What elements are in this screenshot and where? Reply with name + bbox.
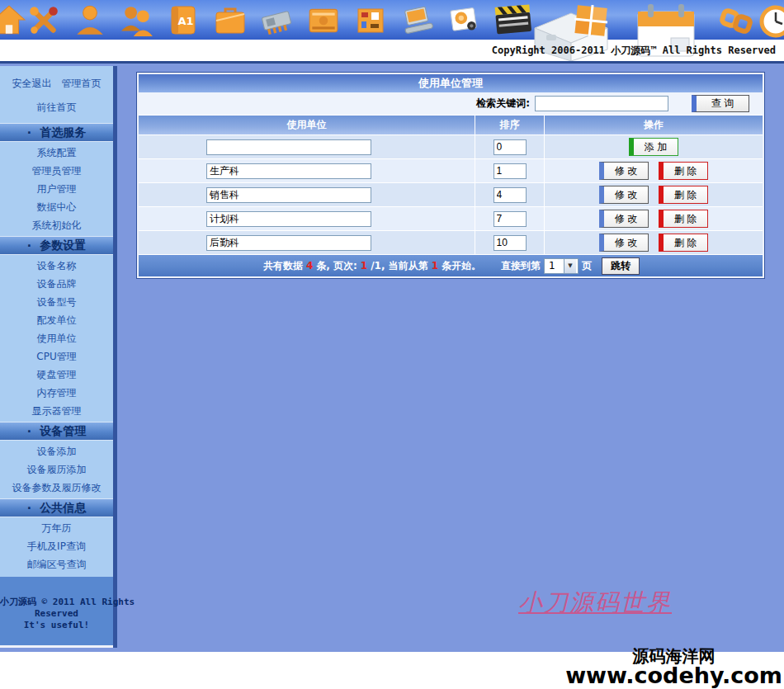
- column-header-actions: 操作: [544, 116, 763, 134]
- sidebar-section-title: 设备管理: [40, 424, 86, 439]
- sidebar-item[interactable]: 设备履历添加: [0, 460, 113, 479]
- table-row: 修 改删 除: [139, 230, 763, 254]
- sidebar-footer-line: 小刀源码 © 2011 All Rights: [0, 597, 113, 608]
- sidebar-section-header-1: ·参数设置: [0, 236, 113, 255]
- bullet-icon: ·: [27, 502, 31, 515]
- sort-cell: [475, 231, 544, 254]
- laptop-icon[interactable]: [399, 4, 437, 39]
- sidebar-item[interactable]: 管理员管理: [0, 162, 113, 180]
- sidebar-footer-line: Reserved: [0, 608, 113, 620]
- table-row: 添 加: [139, 134, 763, 158]
- chevron-down-icon: ▼: [564, 259, 576, 273]
- sort-cell: [475, 135, 544, 158]
- app-window: A1 CopyRight 2006-2011 小刀源码™ All Rights …: [0, 0, 784, 689]
- sidebar-item[interactable]: 系统配置: [0, 144, 113, 162]
- sidebar-section-title: 公共信息: [40, 501, 86, 516]
- sidebar-item[interactable]: 设备参数及履历修改: [0, 479, 113, 497]
- column-header-unit: 使用单位: [139, 116, 475, 134]
- person-icon[interactable]: [73, 3, 107, 38]
- sidebar-item[interactable]: 显示器管理: [0, 402, 113, 420]
- sort-input[interactable]: [494, 187, 527, 203]
- unit-input[interactable]: [206, 139, 371, 155]
- a1-book-icon[interactable]: A1: [167, 4, 200, 37]
- sidebar-item[interactable]: 数据中心: [0, 198, 113, 216]
- sort-input[interactable]: [494, 139, 527, 155]
- sidebar-item[interactable]: 配发单位: [0, 311, 113, 329]
- memory-chip-icon[interactable]: [257, 2, 295, 39]
- pagination-text: 条开始。: [442, 259, 481, 273]
- sidebar-item[interactable]: 用户管理: [0, 180, 113, 198]
- sidebar-item[interactable]: 设备品牌: [0, 275, 113, 293]
- unit-input[interactable]: [206, 163, 371, 179]
- page-select-value: 1: [546, 259, 560, 273]
- site-watermark: 源码海洋网 www.codehy.com: [565, 647, 782, 687]
- sidebar-section-title: 首选服务: [40, 125, 86, 140]
- table-row: 修 改删 除: [139, 158, 763, 182]
- sidebar-item[interactable]: 使用单位: [0, 329, 113, 347]
- search-input[interactable]: [535, 96, 668, 111]
- edit-button[interactable]: 修 改: [599, 186, 649, 204]
- current-page: 1: [361, 260, 367, 271]
- unit-input[interactable]: [206, 211, 371, 227]
- search-row: 检索关键词: 查 询: [139, 92, 763, 115]
- watermark-text: 小刀源码世界: [518, 587, 672, 620]
- photo-icon[interactable]: [446, 3, 484, 38]
- home-icon[interactable]: [0, 3, 26, 38]
- actions-cell: 修 改删 除: [544, 231, 763, 254]
- sort-input[interactable]: [494, 163, 527, 179]
- sidebar-section-title: 参数设置: [40, 238, 86, 253]
- jump-button[interactable]: 跳转: [602, 257, 640, 275]
- total-count: 4: [306, 260, 313, 271]
- unit-cell: [139, 159, 475, 182]
- puzzle-link-icon[interactable]: [719, 5, 755, 38]
- pagination-bar: 共有数据 4 条, 页次: 1 /1, 当前从第 1 条开始。 直接到第 1 ▼…: [139, 254, 763, 276]
- clock-icon[interactable]: [758, 3, 784, 40]
- search-button[interactable]: 查 询: [692, 95, 749, 112]
- delete-button[interactable]: 删 除: [659, 186, 708, 204]
- sidebar-item[interactable]: CPU管理: [0, 347, 113, 366]
- sidebar-item[interactable]: 邮编区号查询: [0, 555, 113, 573]
- circuit-board-icon[interactable]: [353, 4, 388, 37]
- unit-management-panel: 使用单位管理 检索关键词: 查 询 使用单位 排序 操作 添 加修 改删 除修 …: [137, 73, 764, 278]
- bullet-icon: ·: [27, 425, 31, 438]
- sidebar-footer-line: It's useful!: [0, 620, 113, 631]
- delete-button[interactable]: 删 除: [659, 234, 708, 252]
- edit-button[interactable]: 修 改: [599, 234, 649, 252]
- sidebar-item[interactable]: 手机及IP查询: [0, 537, 113, 555]
- sidebar-item[interactable]: 系统初始化: [0, 216, 113, 234]
- edit-button[interactable]: 修 改: [599, 162, 649, 180]
- delete-button[interactable]: 删 除: [659, 210, 708, 228]
- copyright-text: CopyRight 2006-2011 小刀源码™ All Rights Res…: [492, 44, 776, 58]
- sidebar-top-links: 安全退出 管理首页: [0, 71, 113, 95]
- svg-text:A1: A1: [177, 15, 193, 27]
- delete-button[interactable]: 删 除: [659, 162, 708, 180]
- column-header-sort: 排序: [475, 116, 544, 134]
- sidebar-link-go-home[interactable]: 前往首页: [0, 95, 113, 121]
- sidebar-item[interactable]: 设备添加: [0, 442, 113, 460]
- people-icon[interactable]: [118, 3, 156, 38]
- sidebar-item[interactable]: 设备型号: [0, 293, 113, 311]
- edit-button[interactable]: 修 改: [599, 210, 649, 228]
- unit-input[interactable]: [206, 187, 371, 203]
- sidebar-item[interactable]: 内存管理: [0, 384, 113, 402]
- pagination-text: 页: [582, 259, 592, 273]
- sidebar-item[interactable]: 万年历: [0, 519, 113, 537]
- sidebar-item[interactable]: 设备名称: [0, 257, 113, 275]
- site-url: www.codehy.com: [565, 665, 782, 687]
- top-icon-toolbar: A1: [0, 0, 784, 40]
- page-select[interactable]: 1 ▼: [544, 258, 579, 274]
- table-row: 修 改删 除: [139, 206, 763, 230]
- hard-drive-icon[interactable]: [305, 3, 342, 38]
- unit-input[interactable]: [206, 235, 371, 251]
- tools-icon[interactable]: [26, 3, 61, 38]
- sort-input[interactable]: [494, 235, 527, 251]
- add-button[interactable]: 添 加: [629, 138, 678, 156]
- sidebar: 安全退出 管理首页 前往首页 ·首选服务系统配置管理员管理用户管理数据中心系统初…: [0, 66, 117, 648]
- sort-input[interactable]: [494, 211, 527, 227]
- sidebar-section-header-2: ·设备管理: [0, 422, 113, 441]
- briefcase-icon[interactable]: [213, 4, 248, 37]
- sidebar-nav: 安全退出 管理首页 前往首页 ·首选服务系统配置管理员管理用户管理数据中心系统初…: [0, 66, 113, 577]
- sidebar-link-logout[interactable]: 安全退出: [12, 77, 52, 91]
- sidebar-item[interactable]: 硬盘管理: [0, 366, 113, 384]
- sidebar-link-admin-home[interactable]: 管理首页: [62, 77, 102, 91]
